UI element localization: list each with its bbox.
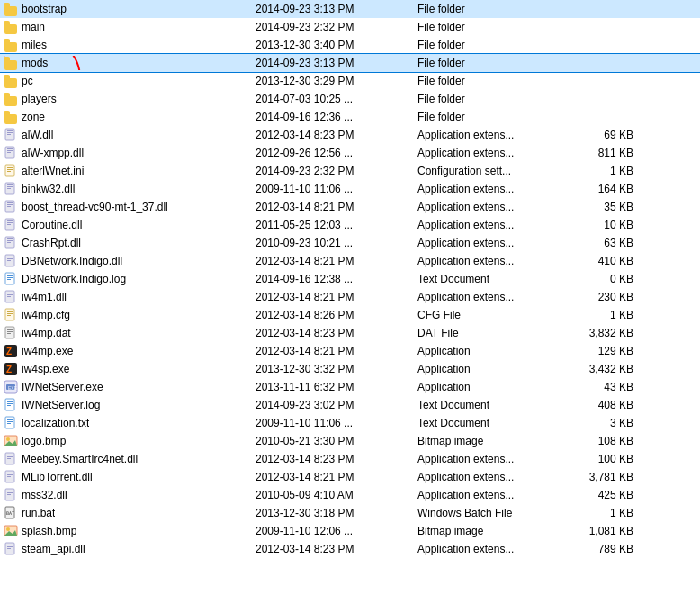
- dll-icon: [4, 290, 18, 304]
- file-name-cell: binkw32.dll: [4, 182, 256, 196]
- file-type: Bitmap image: [417, 525, 561, 537]
- svg-text:Z: Z: [6, 346, 12, 356]
- doc-icon: [4, 416, 18, 430]
- svg-rect-39: [7, 296, 11, 297]
- file-type: Application extens...: [417, 219, 561, 231]
- svg-rect-47: [7, 333, 11, 334]
- table-row[interactable]: bootstrap2014-09-23 3:13 PMFile folder: [0, 0, 700, 18]
- file-size: 100 KB: [561, 453, 633, 465]
- folder-icon: [4, 110, 18, 124]
- svg-rect-58: [7, 405, 11, 406]
- file-size: 69 KB: [561, 129, 633, 141]
- svg-rect-86: [7, 548, 11, 549]
- table-row[interactable]: binkw32.dll2009-11-10 11:06 ...Applicati…: [0, 180, 700, 198]
- table-row[interactable]: Coroutine.dll2011-05-25 12:03 ...Applica…: [0, 216, 700, 234]
- table-row[interactable]: DBNetwork.Indigo.log2014-09-16 12:38 ...…: [0, 270, 700, 288]
- table-row[interactable]: logo.bmp2010-05-21 3:30 PMBitmap image10…: [0, 432, 700, 450]
- file-name-cell: DBNetwork.Indigo.dll: [4, 254, 256, 268]
- table-row[interactable]: IWNetServer.log2014-09-23 3:02 PMText Do…: [0, 396, 700, 414]
- table-row[interactable]: mss32.dll2010-05-09 4:10 AMApplication e…: [0, 486, 700, 504]
- svg-rect-22: [7, 222, 13, 223]
- table-row[interactable]: iw4m1.dll2012-03-14 8:21 PMApplication e…: [0, 288, 700, 306]
- file-date: 2014-09-23 3:02 PM: [256, 399, 417, 411]
- table-row[interactable]: iw4mp.cfg2012-03-14 8:26 PMCFG File1 KB: [0, 306, 700, 324]
- table-row[interactable]: EXEIWNetServer.exe2013-11-11 6:32 PMAppl…: [0, 378, 700, 396]
- svg-text:BAT: BAT: [6, 510, 14, 516]
- table-row[interactable]: boost_thread-vc90-mt-1_37.dll2012-03-14 …: [0, 198, 700, 216]
- table-row[interactable]: BATrun.bat2013-12-30 3:18 PMWindows Batc…: [0, 504, 700, 522]
- table-row[interactable]: mods2014-09-23 3:13 PMFile folder: [0, 54, 700, 72]
- table-row[interactable]: pc2013-12-30 3:29 PMFile folder: [0, 72, 700, 90]
- file-name-cell: alterlWnet.ini: [4, 164, 256, 178]
- table-row[interactable]: alW-xmpp.dll2012-09-26 12:56 ...Applicat…: [0, 144, 700, 162]
- svg-rect-30: [7, 258, 13, 259]
- file-type: Text Document: [417, 273, 561, 285]
- table-row[interactable]: DBNetwork.Indigo.dll2012-03-14 8:21 PMAp…: [0, 252, 700, 270]
- table-row[interactable]: iw4mp.dat2012-03-14 8:23 PMDAT File3,832…: [0, 324, 700, 342]
- file-name: logo.bmp: [22, 435, 66, 447]
- table-row[interactable]: CrashRpt.dll2010-09-23 10:21 ...Applicat…: [0, 234, 700, 252]
- table-row[interactable]: splash.bmp2009-11-10 12:06 ...Bitmap ima…: [0, 522, 700, 540]
- table-row[interactable]: Ziw4mp.exe2012-03-14 8:21 PMApplication1…: [0, 342, 700, 360]
- file-name-cell: Coroutine.dll: [4, 218, 256, 232]
- file-type: Application extens...: [417, 291, 561, 303]
- file-date: 2013-12-30 3:29 PM: [256, 75, 417, 87]
- svg-rect-73: [7, 476, 11, 477]
- file-size: 1 KB: [561, 309, 633, 321]
- exe-icon: Z: [4, 344, 18, 358]
- file-name-cell: boost_thread-vc90-mt-1_37.dll: [4, 200, 256, 214]
- file-name: main: [22, 21, 45, 33]
- file-type: Application: [417, 345, 561, 357]
- file-size: 408 KB: [561, 399, 633, 411]
- file-name-cell: zone: [4, 110, 256, 124]
- table-row[interactable]: localization.txt2009-11-10 11:06 ...Text…: [0, 414, 700, 432]
- svg-rect-5: [7, 148, 13, 149]
- file-name-cell: DBNetwork.Indigo.log: [4, 272, 256, 286]
- svg-rect-75: [7, 490, 13, 491]
- svg-rect-6: [7, 150, 13, 151]
- file-name-cell: alW-xmpp.dll: [4, 146, 256, 160]
- svg-rect-46: [7, 331, 13, 332]
- file-date: 2012-03-14 8:23 PM: [256, 129, 417, 141]
- file-date: 2009-11-10 12:06 ...: [256, 525, 417, 537]
- table-row[interactable]: alterlWnet.ini2014-09-23 2:32 PMConfigur…: [0, 162, 700, 180]
- file-type: Application extens...: [417, 489, 561, 501]
- table-row[interactable]: players2014-07-03 10:25 ...File folder: [0, 90, 700, 108]
- file-name: steam_api.dll: [22, 543, 85, 555]
- folder-icon: [4, 20, 18, 34]
- svg-rect-25: [7, 238, 13, 239]
- file-type: Application extens...: [417, 129, 561, 141]
- folder-icon: [4, 74, 18, 88]
- svg-rect-18: [7, 204, 13, 205]
- file-date: 2013-11-11 6:32 PM: [256, 381, 417, 393]
- file-name: MLibTorrent.dll: [22, 471, 93, 483]
- table-row[interactable]: Meebey.SmartIrc4net.dll2012-03-14 8:23 P…: [0, 450, 700, 468]
- svg-rect-40: [5, 309, 14, 320]
- table-row[interactable]: main2014-09-23 2:32 PMFile folder: [0, 18, 700, 36]
- file-name: IWNetServer.exe: [22, 381, 103, 393]
- svg-rect-2: [7, 132, 13, 133]
- file-date: 2014-09-23 2:32 PM: [256, 21, 417, 33]
- table-row[interactable]: steam_api.dll2012-03-14 8:23 PMApplicati…: [0, 540, 700, 558]
- file-type: Bitmap image: [417, 435, 561, 447]
- file-date: 2009-11-10 11:06 ...: [256, 417, 417, 429]
- file-size: 129 KB: [561, 345, 633, 357]
- svg-point-64: [6, 437, 10, 441]
- table-row[interactable]: alW.dll2012-03-14 8:23 PMApplication ext…: [0, 126, 700, 144]
- file-date: 2014-07-03 10:25 ...: [256, 93, 417, 105]
- table-row[interactable]: zone2014-09-16 12:36 ...File folder: [0, 108, 700, 126]
- file-type: Windows Batch File: [417, 507, 561, 519]
- file-type: Application extens...: [417, 183, 561, 195]
- file-name-cell: splash.bmp: [4, 524, 256, 538]
- table-row[interactable]: Ziw4sp.exe2013-12-30 3:32 PMApplication3…: [0, 360, 700, 378]
- dll-icon: [4, 488, 18, 502]
- file-type: CFG File: [417, 309, 561, 321]
- folder-icon: [4, 56, 18, 70]
- file-name-cell: MLibTorrent.dll: [4, 470, 256, 484]
- table-row[interactable]: MLibTorrent.dll2012-03-14 8:21 PMApplica…: [0, 468, 700, 486]
- table-row[interactable]: miles2013-12-30 3:40 PMFile folder: [0, 36, 700, 54]
- file-size: 425 KB: [561, 489, 633, 501]
- file-name-cell: IWNetServer.log: [4, 398, 256, 412]
- file-date: 2010-05-09 4:10 AM: [256, 489, 417, 501]
- file-name-cell: CrashRpt.dll: [4, 236, 256, 250]
